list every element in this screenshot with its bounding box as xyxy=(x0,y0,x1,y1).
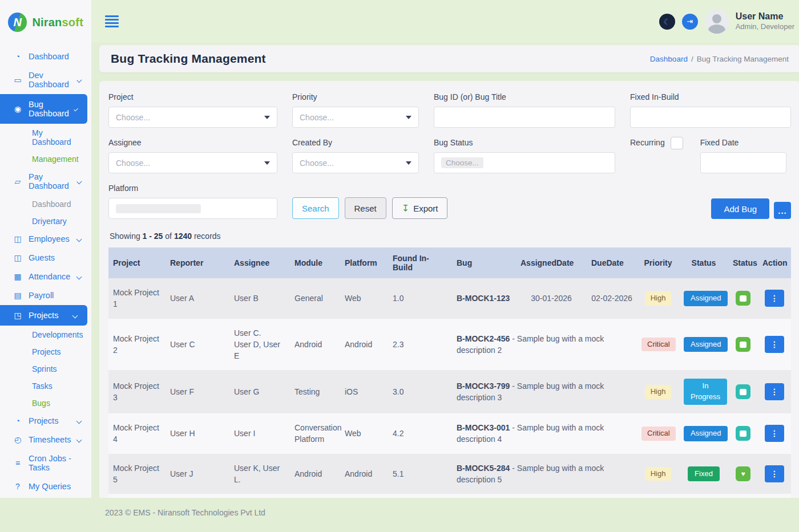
priority-badge: High xyxy=(645,385,672,399)
search-button[interactable]: Search xyxy=(292,197,339,219)
priority-badge: High xyxy=(645,467,672,481)
chevron-down-icon xyxy=(77,179,82,184)
sidebar-item-tasks[interactable]: Tasks xyxy=(0,377,91,394)
row-actions-button[interactable]: ⋮ xyxy=(765,383,784,400)
bug-icon: ◉ xyxy=(13,104,23,113)
chevron-down-icon xyxy=(76,274,82,279)
reset-button[interactable]: Reset xyxy=(345,197,386,219)
row-actions-button[interactable]: ⋮ xyxy=(765,425,784,442)
platform-input[interactable] xyxy=(108,198,277,219)
bug-cell: B-MOCK5-284 - Sample bug with a mock des… xyxy=(452,494,637,498)
breadcrumb-current: Bug Tracking Management xyxy=(697,55,789,63)
chevron-down-icon xyxy=(76,236,82,242)
wallet-icon: ▱ xyxy=(13,177,23,186)
menu-toggle-button[interactable] xyxy=(103,13,121,30)
sidebar-item-documents[interactable]: ▢ Documents xyxy=(0,496,91,498)
project-icon: ◳ xyxy=(13,311,23,320)
list-icon: ≡ xyxy=(13,458,23,468)
row-actions-button[interactable]: ⋮ xyxy=(765,465,784,482)
sidebar-item-payroll[interactable]: ▤ Payroll xyxy=(0,286,91,304)
priority-label: Priority xyxy=(292,92,419,101)
bug-id-input[interactable] xyxy=(434,107,615,128)
priority-select[interactable]: Choose... xyxy=(292,107,419,128)
column-header: Action xyxy=(758,247,791,278)
add-bug-button[interactable]: Add Bug xyxy=(711,198,769,219)
column-header: DueDate xyxy=(587,247,637,278)
sidebar-item-projects[interactable]: Projects xyxy=(0,343,91,360)
sidebar-item-my-dashboard[interactable]: My Dashboard xyxy=(0,124,91,150)
sidebar-item-developments[interactable]: Developments xyxy=(0,326,91,343)
sidebar-item-timesheets[interactable]: ◴ Timesheets xyxy=(0,431,91,449)
status-badge: Fixed xyxy=(688,466,720,482)
calendar-grid-icon: ▦ xyxy=(13,272,23,281)
bug-status-multiselect[interactable]: Choose... xyxy=(434,152,615,173)
comment-icon[interactable] xyxy=(736,337,750,352)
column-header: Status xyxy=(728,247,758,278)
fixed-date-label: Fixed Date xyxy=(700,138,791,147)
login-button[interactable]: ⇥ xyxy=(682,14,698,30)
table-body: Mock Project 1User AUser BGeneralWeb1.0B… xyxy=(108,278,791,498)
assignee-select[interactable]: Choose... xyxy=(108,152,277,173)
chevron-down-icon xyxy=(76,418,82,424)
row-actions-button[interactable]: ⋮ xyxy=(765,336,784,353)
sidebar: N Niransoft ◔ Dashboard ▭ Dev Dashboard … xyxy=(0,0,91,498)
comment-icon[interactable] xyxy=(736,384,750,399)
comment-icon[interactable] xyxy=(736,291,750,306)
fixed-in-build-input[interactable] xyxy=(630,107,791,128)
sidebar-item-pay-dashboard[interactable]: ▱ Pay Dashboard xyxy=(0,168,91,195)
records-summary-top: Showing 1 - 25 of 1240 records xyxy=(110,232,791,241)
sidebar-item-projects[interactable]: ◳ Projects xyxy=(0,305,87,326)
moon-icon: ☾ xyxy=(663,17,671,26)
bug-cell: B-MOCK3-799 - Sample bug with a mock des… xyxy=(452,370,637,413)
breadcrumb-dashboard-link[interactable]: Dashboard xyxy=(650,55,688,63)
clock-icon: ◴ xyxy=(13,435,23,444)
sidebar-item-attendance[interactable]: ▦ Attendance xyxy=(0,267,91,286)
niransoft-logo-icon: N xyxy=(8,13,27,32)
question-icon: ? xyxy=(13,482,23,491)
column-header: Status xyxy=(679,247,728,278)
sidebar-item-cron-jobs-tasks[interactable]: ≡ Cron Jobs - Tasks xyxy=(0,449,91,477)
comment-icon[interactable] xyxy=(736,426,750,441)
money-icon: ▤ xyxy=(13,291,23,300)
dashboard-icon: ◔ xyxy=(13,416,23,425)
export-button[interactable]: ↧Export xyxy=(392,197,448,219)
login-icon: ⇥ xyxy=(687,17,693,26)
sidebar-item-dashboard[interactable]: ◔ Dashboard xyxy=(0,47,91,66)
sidebar-item-bugs[interactable]: Bugs xyxy=(0,395,91,411)
column-header: Found In-Build xyxy=(388,247,452,278)
avatar[interactable] xyxy=(705,10,729,34)
sidebar-item-my-queries[interactable]: ? My Queries xyxy=(0,477,91,496)
app-logo[interactable]: N Niransoft xyxy=(0,0,91,47)
chevron-down-icon xyxy=(74,107,78,111)
sidebar-item-guests[interactable]: ◫ Guests xyxy=(0,249,91,267)
column-header: Project xyxy=(108,247,166,278)
sidebar-item-employees[interactable]: ◫ Employees xyxy=(0,230,91,248)
sidebar-item-projects[interactable]: ◔ Projects xyxy=(0,412,91,430)
sidebar-item-driyertary[interactable]: Driyertary xyxy=(0,213,91,229)
sidebar-item-sprints[interactable]: Sprints xyxy=(0,360,91,377)
menu-icon xyxy=(105,15,119,17)
sidebar-item-dashboard[interactable]: Dashboard xyxy=(0,196,91,212)
table-row: Mock Project 1User AUser BGeneralWeb1.0B… xyxy=(108,278,791,319)
dark-mode-button[interactable]: ☾ xyxy=(659,14,675,30)
sidebar-item-bug-dashboard[interactable]: ◉ Bug Dashboard xyxy=(0,94,87,124)
priority-badge: High xyxy=(645,291,672,306)
priority-badge: Critical xyxy=(641,427,676,441)
heart-icon[interactable]: ♥ xyxy=(736,466,750,481)
row-actions-button[interactable]: ⋮ xyxy=(765,290,784,307)
fixed-date-input[interactable] xyxy=(700,152,786,173)
project-select[interactable]: Choose... xyxy=(108,107,277,128)
sidebar-item-dev-dashboard[interactable]: ▭ Dev Dashboard xyxy=(0,66,91,94)
priority-badge: Critical xyxy=(641,338,676,352)
user-role: Admin, Developer xyxy=(736,22,794,31)
column-header: Reporter xyxy=(166,247,229,278)
more-actions-button[interactable]: ... xyxy=(774,202,791,219)
recurring-checkbox[interactable] xyxy=(671,137,683,149)
filter-panel: Project Choose... Priority Choose... Bug… xyxy=(108,92,791,219)
chevron-down-icon xyxy=(264,116,270,119)
chevron-down-icon xyxy=(264,161,270,165)
sidebar-item-management[interactable]: Management xyxy=(0,151,91,167)
table-row: Mock Project 4User HUser IConversation P… xyxy=(108,413,791,454)
created-by-select[interactable]: Choose... xyxy=(292,152,419,173)
bug-status-label: Bug Status xyxy=(434,138,615,147)
